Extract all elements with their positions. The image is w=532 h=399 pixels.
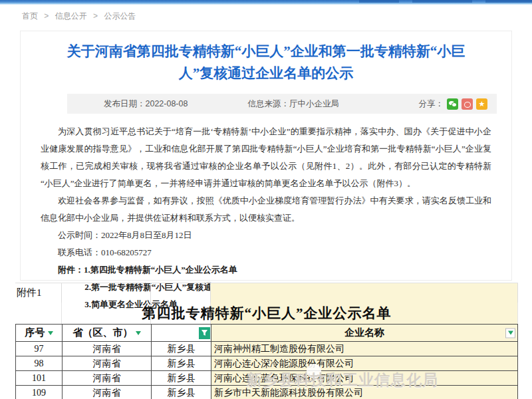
breadcrumb: 首页 > 信息公开 > 公示公告: [22, 11, 136, 22]
publish-date-label: 发布日期：: [104, 99, 146, 108]
data-table: 序号 省（区、市） 企业名称 97 河南省 新乡县 河南神州精工制造股: [15, 324, 518, 399]
article-meta-bar: 发布日期：2022-08-08 信息来源：厅中小企业局 分享：: [67, 94, 497, 114]
cell-company: 河南神州精工制造股份有限公司: [211, 342, 518, 356]
nav-bar-segment: [359, 0, 399, 3]
header-seq: 序号: [16, 325, 63, 342]
cell-seq: 97: [16, 342, 63, 356]
publish-date: 发布日期：2022-08-08: [104, 98, 188, 110]
cell-province: 河南省: [63, 386, 152, 399]
paragraph: 欢迎社会各界参与监督，如有异议，按照《优质中小企业梯度培育管理暂行办法》中有关要…: [41, 192, 491, 227]
cell-seq: 109: [16, 386, 63, 399]
table-title: 第四批专精特新“小巨人”企业公示名单: [15, 303, 518, 324]
empty-cell: [151, 283, 211, 303]
cell-province: 河南省: [63, 371, 152, 386]
share-label: 分享：: [419, 98, 444, 110]
attachment-item: 附件：1.第四批专精特新“小巨人”企业公示名单: [41, 261, 491, 279]
attachment1-label: 附件1: [15, 283, 62, 303]
sheet-title-row: 第四批专精特新“小巨人”企业公示名单: [15, 303, 518, 324]
breadcrumb-separator: >: [93, 11, 98, 21]
breadcrumb-info-link[interactable]: 信息公开: [55, 11, 87, 21]
empty-cell: [211, 283, 518, 303]
sheet-attachment-row: 附件1: [15, 283, 518, 303]
cell-seq: 101: [16, 371, 63, 386]
cell-seq: 98: [16, 356, 63, 371]
table-row: 109 河南省 新乡县 新乡市中天新能源科技股份有限公司: [16, 386, 518, 399]
empty-cell: [62, 283, 151, 303]
table-header-row: 序号 省（区、市） 企业名称: [16, 325, 518, 342]
info-source-value: 厅中小企业局: [289, 99, 339, 108]
page-title: 关于河南省第四批专精特新“小巨人”企业和第一批专精特新“小巨人”复核通过企业名单…: [21, 41, 511, 84]
breadcrumb-separator: >: [44, 11, 49, 21]
attachment-label: 附件：: [58, 265, 84, 275]
top-nav-bar: [0, 0, 532, 5]
contact-phone: 联系电话：010-68205727: [41, 244, 491, 261]
attachment-item-1: 1.第四批专精特新“小巨人”企业公示名单: [84, 265, 237, 275]
cell-county: 新乡县: [152, 342, 211, 356]
publish-date-value: 2022-08-08: [146, 99, 188, 108]
cell-company: 河南心连心蓝色环保科技有限公司: [211, 371, 518, 386]
breadcrumb-home-link[interactable]: 首页: [22, 11, 38, 21]
info-source: 信息来源：厅中小企业局: [247, 98, 339, 110]
cell-county: 新乡县: [152, 356, 211, 371]
header-company: 企业名称: [211, 325, 518, 342]
header-company-label: 企业名称: [344, 327, 384, 339]
weibo-share-icon[interactable]: [462, 98, 473, 110]
header-province-label: 省（区、市）: [73, 327, 133, 339]
cell-county: 新乡县: [152, 371, 211, 386]
filter-dropdown-icon[interactable]: [48, 331, 53, 335]
cell-province: 河南省: [63, 342, 152, 356]
filter-dropdown-icon[interactable]: [505, 328, 515, 338]
nav-bar-segment: [485, 0, 532, 3]
nav-bar-segment: [412, 0, 472, 3]
breadcrumb-notice-link[interactable]: 公示公告: [104, 11, 136, 21]
table-row: 101 河南省 新乡县 河南心连心蓝色环保科技有限公司: [16, 371, 518, 386]
table-row: 98 河南省 新乡县 河南心连心深冷能源股份有限公司: [16, 356, 518, 371]
filter-dropdown-icon[interactable]: [136, 331, 141, 335]
active-filter-icon[interactable]: [199, 327, 210, 339]
cell-company: 新乡市中天新能源科技股份有限公司: [211, 386, 518, 399]
favorite-share-icon[interactable]: [476, 98, 487, 110]
public-time: 公示时间：2022年8月8日至8月12日: [41, 227, 491, 244]
paragraph: 为深入贯彻习近平总书记关于“培育一批‘专精特新’中小企业”的重要指示精神，落实中…: [41, 123, 491, 192]
spreadsheet: 附件1 第四批专精特新“小巨人”企业公示名单 序号 省（区、市）: [15, 283, 518, 399]
cell-company: 河南心连心深冷能源股份有限公司: [211, 356, 518, 371]
header-seq-label: 序号: [25, 327, 45, 339]
info-source-label: 信息来源：: [247, 99, 289, 108]
header-province: 省（区、市）: [63, 325, 152, 342]
cell-county: 新乡县: [152, 386, 211, 399]
article-panel: 关于河南省第四批专精特新“小巨人”企业和第一批专精特新“小巨人”复核通过企业名单…: [20, 31, 512, 281]
share-bar: 分享：: [419, 98, 488, 110]
cell-province: 河南省: [63, 356, 152, 371]
wechat-share-icon[interactable]: [447, 98, 458, 110]
table-row: 97 河南省 新乡县 河南神州精工制造股份有限公司: [16, 342, 518, 356]
header-county: [152, 325, 211, 342]
